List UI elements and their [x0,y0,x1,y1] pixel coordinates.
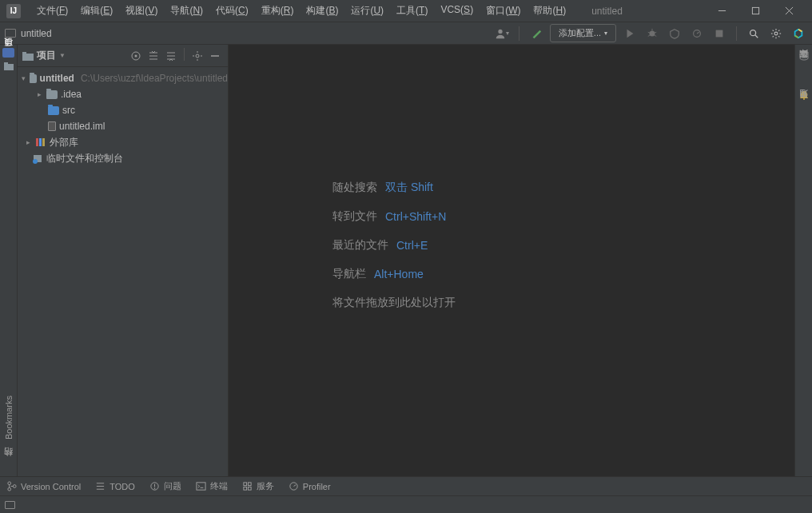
menu-build[interactable]: 构建(B) [300,1,344,21]
coverage-button[interactable] [666,25,683,42]
chevron-right-icon[interactable]: ▸ [24,138,32,146]
tool-windows-toggle-icon[interactable] [5,501,15,509]
settings-gear-icon[interactable] [767,25,785,42]
menu-edit[interactable]: 编辑(E) [74,1,119,21]
source-folder-icon [48,106,59,115]
profiler-button[interactable] [688,25,706,42]
select-opened-file-icon[interactable] [128,48,144,64]
svg-rect-28 [22,52,26,54]
minimize-button[interactable] [705,0,738,22]
menu-vcs[interactable]: VCS(S) [434,1,480,21]
menu-help[interactable]: 帮助(H) [527,1,572,21]
tab-bookmarks[interactable]: Bookmarks [4,391,14,444]
svg-line-9 [648,34,651,36]
svg-point-58 [154,488,155,489]
bell-icon[interactable] [798,89,810,101]
divider [519,26,519,41]
left-tool-gutter: 项目 Bookmarks 结构 [0,45,18,476]
project-panel-header: 项目 ▼ [18,45,228,67]
main-area: 项目 Bookmarks 结构 项目 ▼ ▾ [0,45,812,476]
project-tool-window: 项目 ▼ ▾ untitled C:\Users\uzzf\IdeaProjec… [18,45,229,476]
close-button[interactable] [772,0,806,22]
svg-line-12 [697,32,699,34]
chevron-down-icon[interactable]: ▾ [21,74,26,82]
svg-rect-27 [22,54,34,61]
stop-button[interactable] [710,25,728,42]
database-icon[interactable] [798,50,810,61]
svg-point-14 [750,30,756,35]
tree-node-src[interactable]: src [18,102,228,118]
tab-notifications[interactable]: 通知 [798,101,810,110]
svg-rect-63 [244,487,247,490]
divider [736,26,737,41]
svg-rect-61 [244,483,247,486]
svg-line-66 [293,485,296,487]
tab-project[interactable]: 项目 [2,48,14,58]
ide-logo-icon: IJ [6,4,21,18]
svg-rect-64 [248,487,251,490]
svg-point-52 [13,485,16,488]
editor-tips: 随处搜索 双击 Shift 转到文件 Ctrl+Shift+N 最近的文件 Ct… [332,181,456,310]
breadcrumb[interactable]: untitled [21,28,52,39]
run-button[interactable] [621,25,639,42]
editor-empty-area[interactable]: 随处搜索 双击 Shift 转到文件 Ctrl+Shift+N 最近的文件 Ct… [229,45,794,476]
tool-services[interactable]: 服务 [242,480,274,492]
chevron-right-icon[interactable]: ▸ [35,90,43,98]
right-tool-gutter: 数据库 通知 [794,45,812,476]
svg-rect-45 [42,138,45,146]
tip-go-to-file: 转到文件 Ctrl+Shift+N [332,209,456,224]
svg-line-15 [755,34,758,38]
tree-node-root[interactable]: ▾ untitled C:\Users\uzzf\IdeaProjects\un… [18,70,228,86]
svg-rect-59 [197,483,205,490]
tree-node-iml[interactable]: untitled.iml [18,118,228,134]
search-icon[interactable] [745,25,762,42]
menu-file[interactable]: 文件(F) [30,1,74,21]
tool-version-control[interactable]: Version Control [6,481,81,491]
menu-window[interactable]: 窗口(W) [480,1,527,21]
svg-rect-1 [752,7,758,14]
code-with-me-icon[interactable] [790,25,807,42]
tip-nav-bar: 导航栏 Alt+Home [332,267,456,281]
tree-node-external-libs[interactable]: ▸ 外部库 [18,134,228,150]
folder-icon [46,90,58,99]
file-icon [48,121,56,131]
module-icon [5,29,16,38]
hide-panel-icon[interactable] [207,48,223,64]
main-menu: 文件(F) 编辑(E) 视图(V) 导航(N) 代码(C) 重构(R) 构建(B… [30,1,572,21]
build-hammer-icon[interactable] [527,25,545,42]
svg-point-5 [650,30,655,36]
svg-rect-13 [716,30,723,37]
menu-refactor[interactable]: 重构(R) [255,1,301,21]
menu-navigate[interactable]: 导航(N) [164,1,209,21]
project-tree[interactable]: ▾ untitled C:\Users\uzzf\IdeaProjects\un… [18,67,228,169]
menu-view[interactable]: 视图(V) [119,1,164,21]
tool-todo[interactable]: TODO [95,481,135,491]
svg-line-24 [778,30,779,30]
menu-run[interactable]: 运行(U) [344,1,390,21]
maximize-button[interactable] [738,0,772,22]
menu-code[interactable]: 代码(C) [209,1,255,21]
expand-all-icon[interactable] [145,48,161,64]
svg-point-47 [33,159,38,164]
user-icon[interactable]: ▾ [493,25,511,42]
tree-node-idea[interactable]: ▸ .idea [18,86,228,102]
panel-title-text: 项目 [37,49,56,62]
chevron-down-icon[interactable]: ▼ [59,52,66,59]
run-configuration-selector[interactable]: 添加配置...▾ [550,24,616,42]
debug-button[interactable] [643,25,661,42]
svg-line-21 [773,30,774,30]
panel-settings-gear-icon[interactable] [189,48,205,64]
svg-point-50 [8,482,11,485]
tool-problems[interactable]: 问题 [149,480,181,492]
collapse-all-icon[interactable] [163,48,179,64]
svg-rect-26 [4,62,8,65]
svg-rect-62 [248,483,251,486]
tab-structure[interactable]: 结构 [2,459,14,468]
tool-profiler[interactable]: Profiler [289,481,331,491]
menu-tools[interactable]: 工具(T) [390,1,434,21]
tab-database[interactable]: 数据库 [798,61,810,70]
tree-node-scratch[interactable]: 临时文件和控制台 [18,150,228,166]
svg-rect-43 [36,138,38,146]
svg-point-49 [803,98,805,100]
tool-terminal[interactable]: 终端 [196,480,228,492]
